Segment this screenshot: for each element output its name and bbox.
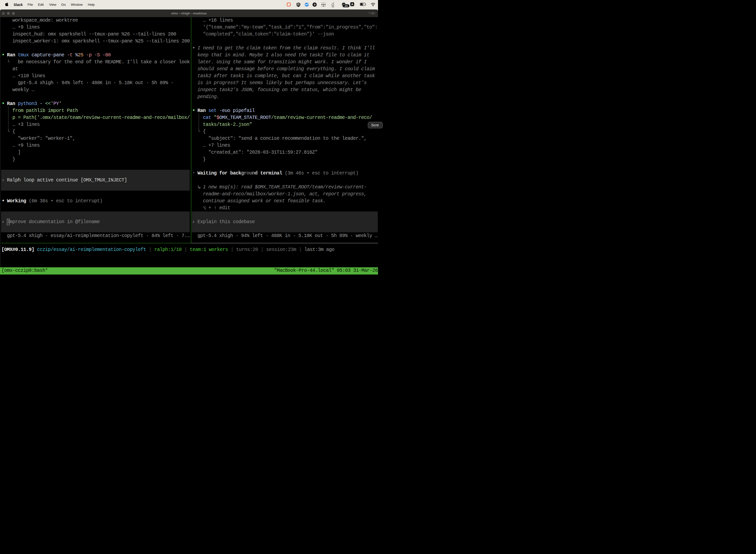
svg-text:..61: ..61: [344, 4, 348, 7]
svg-text:A: A: [351, 3, 353, 6]
svg-text:1: 1: [374, 12, 376, 15]
